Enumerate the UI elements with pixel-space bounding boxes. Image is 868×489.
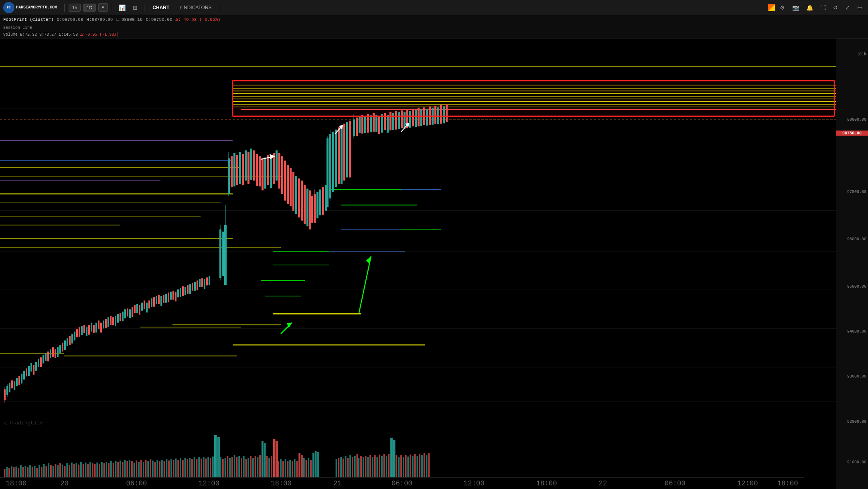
svg-rect-322 [138,462,140,477]
expand-icon[interactable]: ⤢ [843,3,852,12]
svg-rect-175 [316,192,318,218]
window-icon[interactable]: ▭ [855,3,865,12]
svg-rect-265 [71,463,73,477]
svg-rect-356 [247,458,249,477]
logo-icon: PC [3,2,14,13]
svg-rect-335 [168,461,170,477]
camera-icon[interactable]: 📷 [790,3,801,12]
svg-rect-330 [156,460,158,477]
svg-rect-133 [206,278,208,286]
svg-rect-262 [64,466,66,477]
low-label: L:98600.16 [116,17,142,22]
svg-rect-115 [163,295,164,303]
svg-rect-402 [405,455,407,477]
svg-rect-59 [28,366,30,376]
svg-rect-333 [164,461,165,477]
price-tick-96k: 96000.00 [847,237,866,241]
svg-rect-307 [103,463,105,477]
svg-rect-91 [105,319,107,328]
svg-rect-397 [393,440,395,477]
color-swatch[interactable] [768,4,775,11]
svg-rect-338 [175,459,177,477]
svg-rect-199 [375,115,377,132]
chart-canvas[interactable]: 18:00 20 06:00 12:00 18:00 21 06:00 12:0… [0,39,836,489]
svg-rect-203 [387,115,389,132]
svg-rect-159 [278,153,280,189]
svg-rect-53 [14,381,15,390]
chart-container[interactable]: 101k 99000.00 98750.00 97000.00 96000.00… [0,39,868,489]
svg-rect-286 [241,458,242,477]
timeframe-1h[interactable]: 1h [69,4,81,12]
svg-rect-285 [238,456,240,477]
svg-rect-360 [257,457,258,477]
svg-rect-145 [239,152,241,184]
chart-type-icon[interactable]: 📊 [116,3,128,12]
price-tick-91k: 91000.00 [847,460,866,464]
svg-rect-192 [356,118,358,136]
svg-rect-168 [304,185,306,224]
svg-rect-240 [13,467,15,477]
svg-rect-110 [151,298,152,307]
svg-rect-153 [262,158,264,191]
svg-text:18:00: 18:00 [777,479,798,487]
svg-rect-200 [378,116,380,134]
timeframe-dropdown[interactable]: ▾ [98,3,108,12]
svg-rect-253 [43,464,45,477]
svg-rect-68 [50,349,51,358]
svg-rect-313 [117,462,119,477]
high-label: H:98799.99 [86,17,113,22]
svg-rect-129 [197,280,198,290]
svg-rect-394 [386,456,387,477]
compare-icon[interactable]: ⊞ [130,3,140,12]
svg-rect-108 [146,303,148,312]
svg-rect-409 [421,455,423,477]
svg-rect-308 [105,462,107,477]
svg-rect-249 [34,466,36,477]
session-line-label: Session Line [3,26,32,30]
timeframe-1d[interactable]: 1D [83,4,96,12]
svg-rect-245 [25,466,26,477]
svg-rect-371 [287,461,288,477]
volume-panel [0,429,804,477]
svg-rect-261 [62,465,63,477]
chart-button[interactable]: CHART [148,3,173,12]
svg-rect-255 [48,463,49,477]
svg-rect-283 [234,455,235,477]
volume-bar: Volume B:72.32 S:73.27 Σ:145.58 Δ:-0.95 … [0,31,868,39]
indicators-button[interactable]: 𝑓 INDICATORS [176,3,215,12]
svg-rect-195 [364,116,366,133]
svg-rect-189 [349,121,351,178]
svg-rect-188 [346,122,348,177]
svg-rect-56 [21,374,22,383]
fullscreen-icon[interactable]: ⛶ [818,3,828,12]
svg-rect-197 [370,115,372,132]
svg-rect-376 [298,453,300,477]
svg-rect-146 [242,154,244,185]
svg-rect-273 [89,462,91,477]
svg-rect-144 [236,155,238,185]
reload-icon[interactable]: ↺ [831,3,840,12]
svg-rect-164 [292,172,294,211]
svg-rect-359 [255,456,256,477]
svg-rect-321 [136,461,137,477]
svg-rect-389 [374,455,376,477]
svg-rect-396 [390,438,393,477]
svg-rect-309 [108,463,110,477]
alarm-icon[interactable]: 🔔 [804,3,815,12]
open-label: O:98799.98 [57,17,83,22]
svg-rect-72 [59,345,61,353]
svg-rect-386 [367,457,369,477]
svg-rect-337 [173,460,174,477]
settings-icon[interactable]: ⚙ [777,3,787,12]
svg-rect-169 [306,189,308,226]
svg-rect-267 [75,463,77,477]
svg-rect-350 [203,457,205,477]
svg-rect-101 [129,309,131,318]
svg-rect-62 [35,362,37,371]
svg-rect-102 [132,307,133,317]
svg-rect-381 [310,460,312,477]
svg-rect-127 [192,283,193,291]
svg-rect-278 [222,459,224,477]
volume-sell: S:73.27 [39,32,56,37]
svg-rect-128 [194,282,196,291]
